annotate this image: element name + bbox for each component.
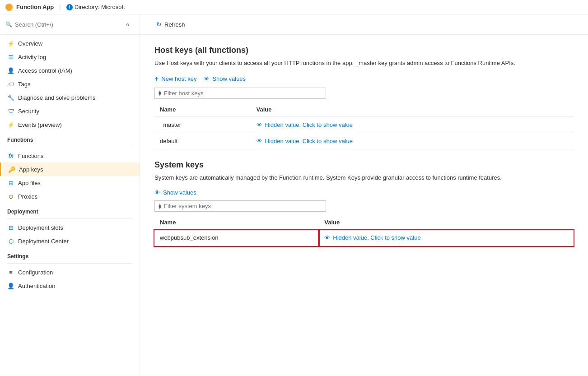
eye-icon: 👁 [257,138,262,144]
sidebar-item-events[interactable]: ⚡ Events (preview) [0,118,140,131]
key-value-cell: 👁 Hidden value. Click to show value [319,230,574,246]
host-keys-actions: + New host key 👁 Show values [154,75,574,83]
collapse-button[interactable]: « [121,18,134,31]
filter-system-keys-input[interactable] [164,203,322,209]
key-value-cell: 👁 Hidden value. Click to show value [251,133,574,149]
filter-system-keys-wrap: ⧫ [154,200,326,212]
sidebar-item-tags[interactable]: 🏷 Tags [0,77,140,91]
eye-icon: 👁 [204,75,210,82]
sidebar-item-label: Configuration [18,269,53,276]
person-icon: 👤 [7,67,14,74]
eye-icon: 👁 [257,121,262,128]
sidebar: 🔍 « ⚡ Overview ☰ Activity log 👤 Access c… [0,14,140,376]
new-host-key-link[interactable]: + New host key [154,75,196,83]
search-input[interactable] [15,21,119,28]
wrench-icon: 🔧 [7,94,14,101]
sidebar-item-label: Events (preview) [18,121,62,128]
fx-icon: fx [7,152,14,159]
sidebar-item-deployment-center[interactable]: ⬡ Deployment Center [0,234,140,248]
sidebar-item-diagnose[interactable]: 🔧 Diagnose and solve problems [0,91,140,104]
key-name-cell: webpubsub_extension [154,230,319,246]
directory-label: Directory: Microsoft [75,4,125,10]
eye-icon: 👁 [154,189,160,196]
content-area: ↻ Refresh Host keys (all functions) Use … [140,14,588,376]
content-scroll: Host keys (all functions) Use Host keys … [140,35,588,376]
key-icon: 🔑 [8,166,15,173]
shield-icon: 🛡 [7,107,14,115]
slots-icon: ⊟ [7,224,14,231]
sidebar-item-label: Security [18,108,39,115]
bolt-icon: ⚡ [7,121,14,128]
sidebar-item-label: Activity log [18,54,46,60]
show-values-label: Show values [212,75,246,82]
app-title: Function App [16,4,54,10]
filter-host-keys-wrap: ⧫ [154,88,326,99]
lightning-icon: ⚡ [7,40,14,47]
sidebar-item-label: Access control (IAM) [18,67,72,74]
sidebar-item-label: Authentication [18,283,55,289]
sidebar-item-label: Diagnose and solve problems [18,94,95,101]
deployment-section-header: Deployment [0,203,140,217]
key-name-cell: default [154,133,251,149]
system-keys-actions: 👁 Show values [154,189,574,196]
directory-info: i Directory: Microsoft [66,4,125,10]
person-circle-icon: 👤 [7,282,14,289]
sidebar-item-label: Tags [18,81,30,88]
sidebar-item-label: Deployment slots [18,224,63,231]
col-value-header: Value [319,215,574,230]
sidebar-navigation: ⚡ Overview ☰ Activity log 👤 Access contr… [0,35,140,376]
key-value-cell: 👁 Hidden value. Click to show value [251,116,574,133]
col-name-header: Name [154,215,319,230]
circle-icon: ⊙ [7,193,14,200]
table-row: default 👁 Hidden value. Click to show va… [154,133,574,149]
sidebar-item-app-keys[interactable]: 🔑 App keys [0,162,140,176]
sidebar-item-app-files[interactable]: ⊞ App files [0,176,140,190]
refresh-button[interactable]: ↻ Refresh [151,18,191,31]
hidden-value-link[interactable]: 👁 Hidden value. Click to show value [257,138,568,144]
host-keys-section: Host keys (all functions) Use Host keys … [154,46,574,149]
system-keys-table: Name Value webpubsub_extension 👁 Hidden … [154,215,574,246]
col-value-header: Value [251,102,574,117]
info-icon: i [66,4,73,10]
col-name-header: Name [154,102,251,117]
hidden-value-link[interactable]: 👁 Hidden value. Click to show value [324,234,568,241]
hidden-value-link[interactable]: 👁 Hidden value. Click to show value [257,121,568,128]
filter-host-keys-input[interactable] [164,90,322,97]
sidebar-item-label: Deployment Center [18,238,69,245]
sidebar-item-access-control[interactable]: 👤 Access control (IAM) [0,64,140,77]
system-show-values-label: Show values [163,189,196,196]
host-keys-title: Host keys (all functions) [154,46,574,55]
host-keys-table: Name Value _master 👁 Hidden value. Click… [154,102,574,149]
settings-section-header: Settings [0,248,140,261]
sidebar-item-deployment-slots[interactable]: ⊟ Deployment slots [0,221,140,234]
cube-icon: ⬡ [7,237,14,245]
table-row: _master 👁 Hidden value. Click to show va… [154,116,574,133]
app-icon [5,4,13,11]
plus-icon: + [154,75,159,83]
bars-icon: ≡ [7,269,14,276]
sidebar-item-security[interactable]: 🛡 Security [0,104,140,118]
hidden-value-text: Hidden value. Click to show value [333,234,420,241]
sidebar-item-proxies[interactable]: ⊙ Proxies [0,190,140,203]
filter-icon: ⧫ [159,90,161,96]
sidebar-item-authentication[interactable]: 👤 Authentication [0,279,140,292]
sidebar-item-activity-log[interactable]: ☰ Activity log [0,50,140,64]
sidebar-item-label: Overview [18,40,42,47]
main-layout: 🔍 « ⚡ Overview ☰ Activity log 👤 Access c… [0,14,588,376]
sidebar-item-configuration[interactable]: ≡ Configuration [0,265,140,279]
functions-divider [7,147,132,147]
sidebar-item-functions[interactable]: fx Functions [0,149,140,162]
hidden-value-text: Hidden value. Click to show value [265,138,353,144]
sidebar-item-label: Proxies [18,193,37,200]
eye-icon: 👁 [324,234,330,241]
sidebar-item-label: App files [18,180,41,186]
top-bar-separator: | [59,4,61,10]
functions-section-header: Functions [0,131,140,145]
system-show-values-link[interactable]: 👁 Show values [154,189,196,196]
system-keys-section: System keys System keys are automaticall… [154,160,574,246]
sidebar-item-overview[interactable]: ⚡ Overview [0,37,140,50]
filter-icon: ⧫ [159,203,161,209]
settings-divider [7,263,132,264]
list-icon: ☰ [7,53,14,60]
show-values-link[interactable]: 👁 Show values [204,75,246,82]
